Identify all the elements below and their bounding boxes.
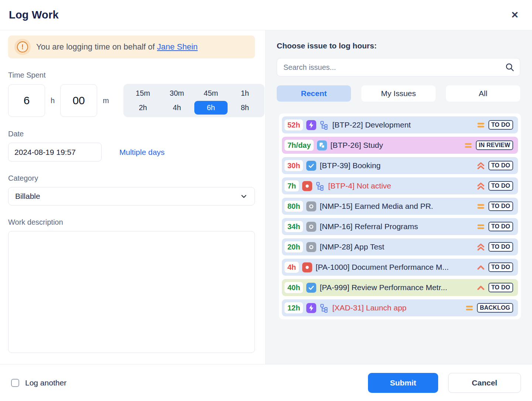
preset-8h[interactable]: 8h — [228, 101, 262, 115]
hours-unit-label: h — [51, 96, 55, 105]
cancel-button[interactable]: Cancel — [448, 373, 521, 393]
time-spent-row: h m 15m30m45m1h2h4h6h8h — [8, 84, 255, 117]
tab-my-issues[interactable]: My Issues — [361, 85, 436, 102]
priority-high-icon — [477, 263, 485, 272]
dialog-header: Log Work ✕ — [0, 0, 532, 30]
bug-icon — [302, 262, 312, 272]
close-icon[interactable]: ✕ — [509, 8, 521, 22]
preset-1h[interactable]: 1h — [228, 86, 262, 100]
priority-medium-icon — [465, 304, 474, 312]
log-form-panel: ! You are logging time on behalf of Jane… — [0, 30, 265, 364]
minutes-unit-label: m — [103, 96, 109, 105]
issue-row[interactable]: 52h[BTP-22] DevelopmentTO DO — [282, 116, 518, 133]
issue-row[interactable]: 20h[NMP-28] App TestTO DO — [282, 238, 518, 255]
chevron-down-icon — [240, 192, 248, 200]
issue-row[interactable]: 34h[NMP-16] Referral ProgramsTO DO — [282, 218, 518, 235]
hours-badge: 4h — [284, 262, 299, 273]
page-title: Log Work — [9, 9, 59, 21]
banner-text: You are logging time on behalf of Jane S… — [36, 42, 198, 52]
issue-title: [XAD-31] Launch app — [332, 303, 461, 312]
behalf-user-link[interactable]: Jane Shein — [157, 42, 198, 51]
status-badge: IN REVIEW — [476, 140, 513, 150]
hours-badge: 52h — [284, 119, 303, 130]
issue-title: [NMP-16] Referral Programs — [320, 222, 473, 231]
dialog-body: ! You are logging time on behalf of Jane… — [0, 30, 532, 364]
dialog-footer: Log another Submit Cancel — [0, 364, 532, 401]
issue-row[interactable]: 7h[BTP-4] Not activeTO DO — [282, 177, 518, 194]
hours-badge: 7h — [284, 180, 299, 191]
hours-badge: 7h/day — [284, 140, 314, 151]
submit-button[interactable]: Submit — [368, 373, 438, 393]
log-another-wrap: Log another — [11, 378, 66, 387]
issue-row[interactable]: 4h[PA-1000] Document Performance M...TO … — [282, 259, 518, 276]
ring-icon — [306, 242, 316, 252]
preset-2h[interactable]: 2h — [126, 101, 160, 115]
hierarchy-icon — [320, 303, 329, 313]
hierarchy-icon — [320, 120, 329, 130]
issue-title: [BTP-4] Not active — [328, 181, 473, 190]
tab-all[interactable]: All — [446, 85, 520, 102]
multiple-days-link[interactable]: Multiple days — [119, 148, 165, 157]
priority-highest-icon — [477, 243, 485, 251]
preset-45m[interactable]: 45m — [194, 86, 228, 100]
work-description-label: Work description — [8, 218, 255, 227]
status-badge: TO DO — [488, 120, 513, 130]
search-icon — [505, 62, 515, 72]
check-icon — [306, 283, 316, 293]
minutes-input[interactable] — [60, 84, 97, 117]
ring-icon — [306, 201, 316, 211]
priority-highest-icon — [477, 162, 485, 170]
preset-15m[interactable]: 15m — [126, 86, 160, 100]
work-description-input[interactable] — [8, 231, 255, 353]
banner-message: You are logging time on behalf of — [36, 42, 155, 51]
search-input[interactable] — [277, 58, 520, 77]
hours-badge: 20h — [284, 241, 303, 252]
priority-high-icon — [477, 283, 485, 292]
issue-row[interactable]: 40h[PA-999] Review Performance Metr...TO… — [282, 279, 518, 296]
issue-row[interactable]: 30h[BTP-39] BookingTO DO — [282, 157, 518, 174]
issue-row[interactable]: 80h[NMP-15] Earned Media and PR.TO DO — [282, 198, 518, 215]
issue-row[interactable]: 7h/day[BTP-26] StudyIN REVIEW — [282, 137, 518, 154]
preset-6h[interactable]: 6h — [194, 101, 228, 115]
warning-icon: ! — [17, 41, 28, 52]
date-input[interactable] — [8, 143, 102, 162]
issue-title: [BTP-22] Development — [332, 120, 473, 129]
priority-highest-icon — [477, 182, 485, 190]
status-badge: TO DO — [488, 262, 513, 272]
category-label: Category — [8, 174, 255, 183]
preset-30m[interactable]: 30m — [160, 86, 194, 100]
issue-title: [NMP-15] Earned Media and PR. — [320, 202, 473, 211]
hours-badge: 30h — [284, 160, 303, 171]
hours-badge: 12h — [284, 302, 303, 313]
hours-badge: 80h — [284, 201, 303, 212]
priority-medium-icon — [477, 202, 485, 211]
issue-title: [PA-1000] Document Performance M... — [316, 263, 473, 272]
time-spent-label: Time Spent — [8, 71, 255, 79]
status-badge: TO DO — [488, 181, 513, 191]
time-presets: 15m30m45m1h2h4h6h8h — [123, 84, 265, 117]
issue-title: [BTP-39] Booking — [320, 161, 473, 170]
issue-search — [277, 58, 520, 77]
issue-row[interactable]: 12h[XAD-31] Launch appBACKLOG — [282, 299, 518, 316]
bug-icon — [302, 181, 312, 191]
log-another-checkbox[interactable] — [11, 379, 19, 387]
status-badge: TO DO — [488, 161, 513, 170]
priority-medium-icon — [464, 141, 473, 150]
issue-title: [BTP-26] Study — [330, 141, 460, 150]
issue-title: [PA-999] Review Performance Metr... — [320, 283, 473, 292]
hours-input[interactable] — [8, 84, 45, 117]
status-badge: TO DO — [488, 283, 513, 292]
status-badge: BACKLOG — [477, 303, 513, 313]
status-badge: TO DO — [488, 201, 513, 211]
footer-buttons: Submit Cancel — [368, 373, 521, 393]
tab-recent[interactable]: Recent — [277, 85, 351, 102]
date-row: Multiple days — [8, 143, 255, 162]
preset-4h[interactable]: 4h — [160, 101, 194, 115]
log-another-label: Log another — [25, 378, 66, 387]
hours-badge: 34h — [284, 221, 303, 232]
status-badge: TO DO — [488, 242, 513, 252]
priority-medium-icon — [477, 222, 485, 231]
issue-picker-panel: Choose issue to log hours: RecentMy Issu… — [265, 30, 532, 364]
category-select[interactable]: Billable — [8, 187, 255, 205]
pages-icon — [317, 140, 327, 150]
